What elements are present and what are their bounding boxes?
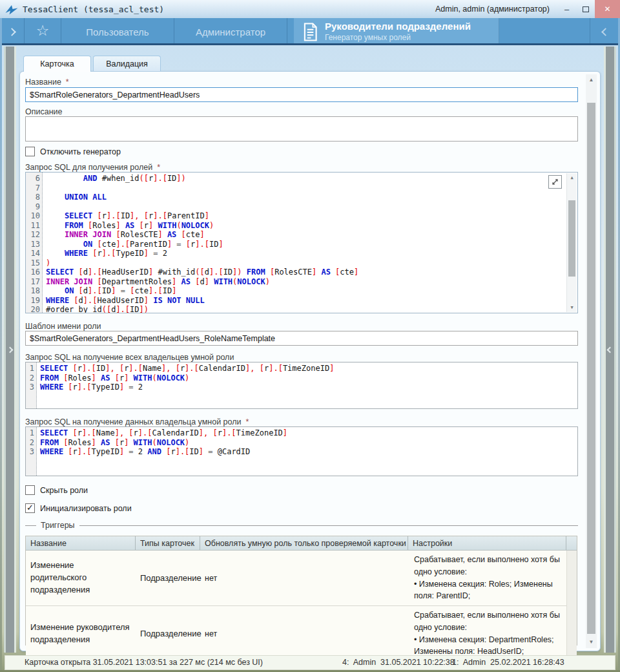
- nav-active-title: Руководители подразделений: [325, 21, 471, 33]
- triggers-groupbox-header: Триггеры: [25, 521, 578, 530]
- role-name-template-label: Шаблон имени роли: [25, 322, 101, 331]
- owners-sql-label: Запрос SQL на получение всех владельцев …: [25, 353, 234, 362]
- status-created: 1: Admin 25.02.2021 16:28:43: [452, 658, 564, 667]
- column-header-name[interactable]: Название: [26, 536, 136, 550]
- expand-editor-button[interactable]: [548, 175, 562, 189]
- owners-sql-editor[interactable]: 123 SELECT [r].[ID], [r].[Name], [r].[Ca…: [25, 362, 578, 409]
- sql-code-area[interactable]: SELECT [r].[Name], [r].[CalendarID], [r]…: [37, 427, 577, 476]
- line-number-gutter: 67891011121314151617181920: [26, 173, 43, 313]
- roles-sql-label: Запрос SQL для получения ролей*: [25, 163, 160, 172]
- expand-icon: [551, 178, 559, 186]
- scroll-down-icon[interactable]: ▼: [567, 304, 577, 311]
- name-label: Название*: [25, 78, 69, 87]
- line-number-gutter: 123: [26, 427, 37, 476]
- window-title: TessaClient (tessa_acl_test): [23, 5, 164, 14]
- status-modified: 4: Admin 31.05.2021 10:22:38: [342, 658, 455, 667]
- table-scrollbar[interactable]: ▼: [566, 551, 577, 661]
- owner-data-sql-label: Запрос SQL на получение данных владельца…: [25, 417, 249, 426]
- nav-active-text: Руководители подразделений Генератор умн…: [325, 21, 471, 43]
- tessa-logo-icon: [5, 4, 18, 16]
- nav-tab-active[interactable]: Руководители подразделений Генератор умн…: [294, 18, 499, 45]
- triggers-table: Название Типы карточек Обновлять умную р…: [25, 536, 577, 646]
- status-card-opened: Карточка открыта 31.05.2021 13:03:51 за …: [25, 658, 263, 667]
- init-roles-checkbox[interactable]: ✓: [25, 503, 35, 513]
- triggers-table-body-wrap: Изменение родительского подразделения По…: [26, 551, 577, 661]
- left-panel-toggle[interactable]: [4, 47, 16, 653]
- required-mark: *: [66, 78, 69, 87]
- title-bar: TessaClient (tessa_acl_test) Admin, admi…: [0, 0, 620, 18]
- editor-scrollbar[interactable]: ▲ ▼: [566, 173, 577, 312]
- trigger-name-cell: Изменение руководителя подразделения: [26, 606, 136, 661]
- trigger-update-only-cell: нет: [200, 551, 408, 605]
- page-scrollbar-thumb[interactable]: [587, 103, 595, 634]
- trigger-settings-cell: Срабатывает, если выполнено хотя бы одно…: [408, 606, 566, 661]
- groupbox-line: [79, 525, 578, 526]
- chevron-right-icon: [7, 346, 14, 353]
- scroll-up-icon[interactable]: ▲: [586, 76, 597, 85]
- chevron-right-icon: [8, 28, 16, 36]
- nav-tab-admin[interactable]: Администратор: [174, 18, 287, 45]
- navbar-filler: [499, 18, 590, 45]
- editor-scrollbar-thumb[interactable]: [568, 200, 575, 277]
- table-row[interactable]: Изменение руководителя подразделения Под…: [26, 606, 566, 661]
- trigger-name-cell: Изменение родительского подразделения: [26, 551, 136, 605]
- trigger-update-only-cell: нет: [200, 606, 408, 661]
- chevron-left-icon: [607, 346, 614, 353]
- hide-roles-checkbox[interactable]: ✓: [25, 485, 35, 495]
- scroll-down-icon[interactable]: ▼: [586, 638, 597, 647]
- triggers-table-header: Название Типы карточек Обновлять умную р…: [26, 536, 577, 551]
- name-input[interactable]: [25, 87, 578, 102]
- check-icon: ✓: [26, 503, 34, 512]
- line-number-gutter: 123: [26, 362, 37, 408]
- triggers-table-body: Изменение родительского подразделения По…: [26, 551, 566, 661]
- status-bar: Карточка открыта 31.05.2021 13:03:51 за …: [5, 655, 615, 670]
- disable-generator-checkbox[interactable]: ✓: [25, 147, 35, 156]
- disable-generator-row[interactable]: ✓ Отключить генератор: [25, 147, 121, 156]
- nav-tab-user[interactable]: Пользователь: [61, 18, 174, 45]
- disable-generator-label: Отключить генератор: [40, 147, 121, 156]
- init-roles-row[interactable]: ✓ Инициализировать роли: [25, 503, 132, 513]
- table-row[interactable]: Изменение родительского подразделения По…: [26, 551, 566, 606]
- role-name-template-input[interactable]: [25, 331, 578, 346]
- card-panel: Название* Описание ✓ Отключить генератор…: [19, 71, 601, 651]
- chevron-left-icon: [601, 28, 610, 36]
- trigger-settings-cell: Срабатывает, если выполнено хотя бы одно…: [408, 551, 566, 605]
- window-frame-left: [0, 18, 2, 672]
- init-roles-label: Инициализировать роли: [40, 504, 132, 513]
- trigger-card-types-cell: Подразделение: [136, 606, 200, 661]
- favorites-button[interactable]: ☆: [25, 18, 61, 45]
- tab-validation[interactable]: Валидация: [93, 56, 161, 71]
- roles-sql-editor[interactable]: 67891011121314151617181920 AND #when_id(…: [25, 172, 578, 313]
- maximize-icon: [583, 6, 589, 12]
- nav-back-button[interactable]: [0, 18, 25, 45]
- close-button[interactable]: ✕: [595, 0, 620, 18]
- required-mark: *: [157, 163, 160, 172]
- sql-code-area[interactable]: AND #when_id([r].[ID]) UNION ALL SELECT …: [43, 173, 577, 313]
- column-header-spacer: [566, 536, 577, 550]
- navigation-bar: ☆ Пользователь Администратор Руководител…: [0, 18, 620, 45]
- sql-code-area[interactable]: SELECT [r].[ID], [r].[Name], [r].[Calend…: [37, 362, 577, 408]
- description-textarea[interactable]: [25, 116, 578, 142]
- description-label: Описание: [25, 107, 63, 116]
- card-tabstrip: Карточка Валидация: [23, 56, 163, 72]
- triggers-group-label: Триггеры: [41, 521, 75, 530]
- app-window: TessaClient (tessa_acl_test) Admin, admi…: [0, 0, 620, 672]
- current-user-info[interactable]: Admin, admin (администратор): [435, 5, 550, 14]
- maximize-button[interactable]: [576, 0, 595, 18]
- owner-data-sql-editor[interactable]: 123 SELECT [r].[Name], [r].[CalendarID],…: [25, 426, 578, 476]
- groupbox-line: [25, 525, 36, 526]
- minimize-button[interactable]: –: [557, 0, 576, 18]
- required-mark: *: [246, 417, 249, 426]
- hide-roles-row[interactable]: ✓ Скрыть роли: [25, 485, 88, 495]
- document-icon: [303, 23, 318, 41]
- scroll-up-icon[interactable]: ▲: [567, 174, 577, 182]
- tab-card[interactable]: Карточка: [23, 56, 91, 72]
- right-panel-toggle[interactable]: [604, 47, 616, 653]
- column-header-card-types[interactable]: Типы карточек: [136, 536, 200, 550]
- nav-active-subtitle: Генератор умных ролей: [325, 33, 471, 43]
- hide-roles-label: Скрыть роли: [40, 486, 88, 495]
- column-header-settings[interactable]: Настройки: [408, 536, 566, 550]
- nav-forward-button[interactable]: [590, 18, 620, 45]
- page-scrollbar[interactable]: ▲ ▼: [586, 74, 597, 648]
- column-header-update-only[interactable]: Обновлять умную роль только проверяемой …: [200, 536, 408, 550]
